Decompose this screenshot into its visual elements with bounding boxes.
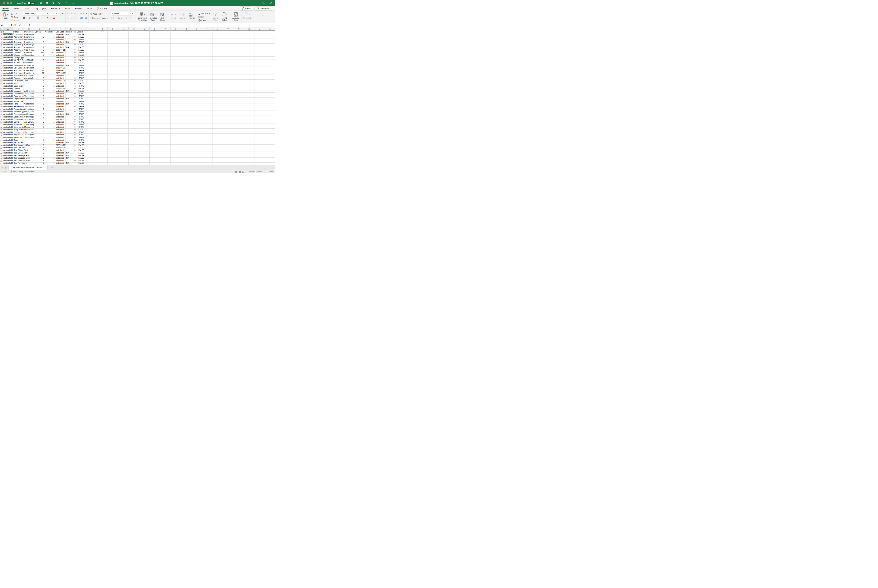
cell-I6[interactable] <box>87 44 97 46</box>
cell-O8[interactable] <box>150 49 160 51</box>
cell-B8[interactable]: Attachment <box>13 49 24 51</box>
cell-I20[interactable] <box>87 80 97 82</box>
cell-V1[interactable] <box>223 31 234 33</box>
cell-A5[interactable]: customfield_ <box>3 41 13 44</box>
cell-W27[interactable] <box>234 98 244 100</box>
cell-P47[interactable] <box>160 149 171 152</box>
cell-N36[interactable] <box>139 121 150 123</box>
cell-L3[interactable] <box>118 36 129 39</box>
cell-C47[interactable]: Test <box>24 149 34 152</box>
column-header-I[interactable]: I <box>87 27 97 31</box>
align-right-icon[interactable] <box>75 17 76 19</box>
cell-N16[interactable] <box>139 69 150 72</box>
cell-Y14[interactable] <box>255 64 265 67</box>
cell-O6[interactable] <box>150 44 160 46</box>
cell-G6[interactable]: 0 <box>66 44 76 46</box>
cell-B42[interactable]: Target start <box>13 136 24 139</box>
cell-K19[interactable] <box>108 77 118 80</box>
cell-D27[interactable]: 1 <box>34 98 45 100</box>
cell-R47[interactable] <box>181 149 192 152</box>
cell-W42[interactable] <box>234 136 244 139</box>
cell-U38[interactable] <box>213 126 223 129</box>
cell-C39[interactable]: Measuremer <box>24 129 34 131</box>
cell-D24[interactable]: 0 <box>34 90 45 93</box>
prev-sheet-icon[interactable] <box>2 167 3 169</box>
cell-B28[interactable]: Parent Link <box>13 100 24 104</box>
cell-X19[interactable] <box>244 77 255 80</box>
cell-G36[interactable]: 0 <box>66 121 76 123</box>
cell-T36[interactable] <box>202 121 213 123</box>
cell-D34[interactable]: 0 <box>34 116 45 118</box>
cell-O9[interactable] <box>150 51 160 54</box>
cell-W4[interactable] <box>234 39 244 41</box>
row-header-27[interactable]: 27 <box>0 98 3 100</box>
cell-O47[interactable] <box>150 149 160 152</box>
cell-V36[interactable] <box>223 121 234 123</box>
cell-I19[interactable] <box>87 77 97 80</box>
row-header-1[interactable]: 1 <box>0 31 3 33</box>
cell-C30[interactable]: The language <box>24 105 34 108</box>
cell-V10[interactable] <box>223 54 234 57</box>
cell-H32[interactable]: TRUE <box>76 111 87 113</box>
cell-S34[interactable] <box>192 116 202 118</box>
cell-A3[interactable]: customfield_ <box>3 36 13 39</box>
cell-R37[interactable] <box>181 123 192 126</box>
cell-F18[interactable]: undefined <box>55 75 66 77</box>
row-header-3[interactable]: 3 <box>0 36 3 39</box>
cell-J1[interactable] <box>97 31 108 33</box>
cell-O37[interactable] <box>150 123 160 126</box>
cell-W32[interactable] <box>234 111 244 113</box>
cell-G15[interactable]: 1 <box>66 67 76 69</box>
cell-I27[interactable] <box>87 98 97 100</box>
cell-H34[interactable]: TRUE <box>76 116 87 118</box>
cell-Z29[interactable] <box>265 103 275 105</box>
cell-C5[interactable]: Provides sea <box>24 41 34 44</box>
cell-N1[interactable] <box>139 31 150 33</box>
cell-P27[interactable] <box>160 98 171 100</box>
cell-L35[interactable] <box>118 118 129 121</box>
cell-X20[interactable] <box>244 80 255 82</box>
cell-I9[interactable] <box>87 51 97 54</box>
decrease-indent-icon[interactable] <box>80 16 83 20</box>
align-bottom-icon[interactable] <box>75 13 76 15</box>
cell-P33[interactable] <box>160 113 171 116</box>
cell-K20[interactable] <box>108 80 118 82</box>
cell-S42[interactable] <box>192 136 202 139</box>
cell-A14[interactable]: customfield_ <box>3 64 13 67</box>
page-layout-view-icon[interactable] <box>239 171 241 172</box>
cell-U18[interactable] <box>213 75 223 77</box>
cell-G3[interactable]: 0 <box>66 36 76 39</box>
cell-B34[interactable]: Satisfaction <box>13 116 24 118</box>
cell-A38[interactable]: customfield_ <box>3 126 13 129</box>
cell-P16[interactable] <box>160 69 171 72</box>
cell-B18[interactable]: Epic Status <box>13 75 24 77</box>
cell-C9[interactable]: Choose a cat <box>24 51 34 54</box>
cell-J19[interactable] <box>97 77 108 80</box>
cell-W33[interactable] <box>234 113 244 116</box>
cell-U29[interactable] <box>213 103 223 105</box>
cell-Q26[interactable] <box>171 95 181 98</box>
cell-R2[interactable] <box>181 33 192 36</box>
cell-J32[interactable] <box>97 111 108 113</box>
cell-F41[interactable]: undefined <box>55 134 66 136</box>
share-contact-icon[interactable] <box>269 1 273 5</box>
cell-C2[interactable]: Enter when t <box>24 33 34 36</box>
cell-S33[interactable] <box>192 113 202 116</box>
cell-U9[interactable] <box>213 51 223 54</box>
zoom-slider-knob[interactable] <box>255 170 257 173</box>
cell-P4[interactable] <box>160 39 171 41</box>
cell-N40[interactable] <box>139 131 150 134</box>
zoom-level[interactable]: 100% <box>267 171 273 172</box>
cell-A42[interactable]: customfield_ <box>3 136 13 139</box>
cell-E18[interactable]: 1 <box>45 75 55 77</box>
cell-Y19[interactable] <box>255 77 265 80</box>
cell-G33[interactable]: N/A <box>66 113 76 116</box>
column-header-O[interactable]: O <box>150 27 160 31</box>
cell-Q24[interactable] <box>171 90 181 93</box>
cell-A29[interactable]: customfield_ <box>3 103 13 105</box>
cell-F20[interactable]: 2022-01-24T <box>55 80 66 82</box>
cell-E4[interactable]: 1 <box>45 39 55 41</box>
cell-S19[interactable] <box>192 77 202 80</box>
cell-C27[interactable]: Stores the or <box>24 98 34 100</box>
cell-S27[interactable] <box>192 98 202 100</box>
